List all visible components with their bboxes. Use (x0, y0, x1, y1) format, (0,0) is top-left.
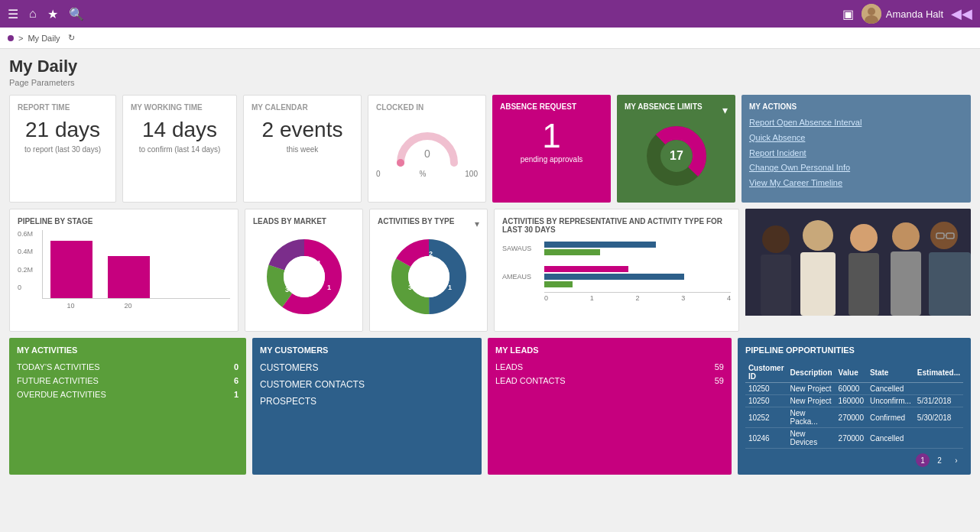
user-profile[interactable]: Amanda Halt (862, 4, 943, 24)
opp-table-head: Customer ID Description Value State Esti… (745, 362, 963, 383)
activity-item-0[interactable]: TODAY'S ACTIVITIES 0 (17, 362, 239, 371)
widget-absence-limits: MY ABSENCE LIMITS ▾ 17 (617, 95, 735, 203)
action-link-3[interactable]: Change Own Personal Info (749, 161, 963, 176)
widget-pipeline-opp: PIPELINE OPPORTUNITIES Customer ID Descr… (738, 338, 971, 475)
action-link-1[interactable]: Quick Absence (749, 131, 963, 146)
photo-collage-svg (745, 209, 971, 316)
activity-item-2[interactable]: OVERDUE ACTIVITIES 1 (17, 390, 239, 399)
row2: PIPELINE BY STAGE 0.6M 0.4M 0.2M 0 10 20 (9, 209, 971, 332)
activities-type-chevron[interactable]: ▾ (475, 219, 479, 229)
menu-icon[interactable]: ☰ (8, 7, 18, 21)
lead-name-0[interactable]: LEADS (495, 362, 523, 371)
activities-rep-label: ACTIVITIES BY REPRESENTATIVE AND ACTIVIT… (502, 217, 731, 234)
row2-value: 270000 (836, 407, 867, 428)
svg-rect-33 (929, 252, 971, 316)
breadcrumb-separator: > (18, 34, 23, 43)
opp-header-row: Customer ID Description Value State Esti… (745, 362, 963, 383)
row3-est (914, 428, 963, 449)
rep-bar-1-1 (544, 274, 684, 280)
absence-donut-svg: 17 (642, 122, 711, 190)
breadcrumb-bar: > My Daily ↻ (0, 28, 980, 49)
activities-type-header: ACTIVITIES BY TYPE ▾ (378, 217, 479, 230)
activities-type-label: ACTIVITIES BY TYPE (378, 217, 454, 225)
row0-value: 60000 (836, 383, 867, 395)
svg-text:17: 17 (670, 149, 683, 162)
customer-link-0[interactable]: CUSTOMERS (260, 362, 474, 373)
leads-market-label: LEADS BY MARKET (253, 217, 355, 225)
clocked-max: 100 (465, 170, 478, 178)
clocked-label: CLOCKED IN (376, 103, 478, 112)
home-icon[interactable]: ⌂ (29, 7, 37, 21)
row2-id: 10252 (745, 407, 787, 428)
rep-spacer (502, 258, 731, 266)
rep-x-axis: 0 1 2 3 4 (502, 294, 731, 302)
lead-item-1: LEAD CONTACTS 59 (495, 376, 724, 385)
absence-limits-label: MY ABSENCE LIMITS (625, 102, 703, 111)
customer-link-1[interactable]: CUSTOMER CONTACTS (260, 379, 474, 390)
display-icon[interactable]: ▣ (842, 7, 854, 21)
widget-calendar: MY CALENDAR 2 events this week (243, 95, 362, 203)
action-link-4[interactable]: View My Career Timeline (749, 176, 963, 191)
svg-point-28 (850, 224, 878, 251)
svg-rect-27 (800, 252, 836, 316)
working-time-value: 14 days (131, 118, 229, 142)
photo-collage (745, 209, 971, 316)
rep-bar-0-1 (544, 249, 600, 255)
action-link-0[interactable]: Report Open Absence Interval (749, 115, 963, 131)
svg-rect-29 (849, 253, 879, 316)
rep-bar-0-0 (544, 242, 656, 248)
breadcrumb-label[interactable]: My Daily (28, 34, 60, 43)
search-icon[interactable]: 🔍 (69, 7, 84, 21)
lead-name-1[interactable]: LEAD CONTACTS (495, 376, 565, 385)
row2-state: Confirmed (867, 407, 914, 428)
row0-id: 10250 (745, 383, 787, 395)
page-btn-2[interactable]: 2 (933, 453, 946, 467)
svg-point-24 (762, 225, 790, 253)
row3-desc: New Devices (787, 428, 836, 449)
row0-est (914, 383, 963, 395)
table-row-2[interactable]: 10252 New Packa... 270000 Confirmed 5/30… (745, 407, 963, 428)
page-title: My Daily (9, 57, 971, 76)
action-link-2[interactable]: Report Incident (749, 146, 963, 161)
svg-rect-25 (761, 255, 791, 316)
breadcrumb-dot (8, 35, 14, 41)
svg-text:1: 1 (448, 284, 452, 291)
col-customer-id: Customer ID (745, 362, 787, 383)
y-label-3: 0 (18, 284, 33, 291)
lead-count-1: 59 (715, 376, 724, 385)
activity-count-2: 1 (234, 390, 239, 399)
y-label-0: 0.6M (18, 230, 33, 238)
actions-links: Report Open Absence Interval Quick Absen… (749, 115, 963, 191)
table-row-3[interactable]: 10246 New Devices 270000 Cancelled (745, 428, 963, 449)
report-time-label: REPORT TIME (18, 103, 108, 112)
star-icon[interactable]: ★ (47, 7, 58, 21)
x-1: 1 (590, 294, 594, 302)
page-btn-1[interactable]: 1 (916, 453, 930, 467)
app-logo[interactable]: ◀◀ (951, 5, 972, 22)
page-btn-next[interactable]: › (949, 453, 963, 467)
lead-item-0: LEADS 59 (495, 362, 724, 371)
widget-absence-request: ABSENCE REQUEST 1 pending approvals (492, 95, 611, 203)
absence-request-label: ABSENCE REQUEST (500, 102, 603, 111)
row3: MY ACTIVITIES TODAY'S ACTIVITIES 0 FUTUR… (9, 338, 971, 475)
activity-item-1[interactable]: FUTURE ACTIVITIES 6 (17, 376, 239, 385)
activity-name-1: FUTURE ACTIVITIES (17, 376, 99, 385)
rep-x-axis-line (544, 292, 731, 293)
pipeline-opp-table: Customer ID Description Value State Esti… (745, 362, 963, 449)
svg-point-19 (408, 256, 449, 297)
row2-desc: New Packa... (787, 407, 836, 428)
table-row-1[interactable]: 10250 New Project 160000 Unconfirm... 5/… (745, 395, 963, 407)
widget-my-leads: MY LEADS LEADS 59 LEAD CONTACTS 59 (488, 338, 732, 475)
customer-link-2[interactable]: PROSPECTS (260, 396, 474, 407)
table-row-0[interactable]: 10250 New Project 60000 Cancelled (745, 383, 963, 395)
clocked-gauge: 0 0 % 100 (376, 118, 478, 181)
rep-bars-0 (544, 242, 731, 255)
row1-id: 10250 (745, 395, 787, 407)
widget-activities-rep: ACTIVITIES BY REPRESENTATIVE AND ACTIVIT… (494, 209, 739, 332)
refresh-icon[interactable]: ↻ (68, 33, 75, 43)
clocked-min: 0 (376, 170, 381, 178)
page-params[interactable]: Page Parameters (9, 78, 971, 87)
absence-limits-chevron[interactable]: ▾ (722, 104, 728, 116)
svg-text:1: 1 (327, 284, 331, 291)
rep-bar-1-0 (544, 266, 628, 272)
